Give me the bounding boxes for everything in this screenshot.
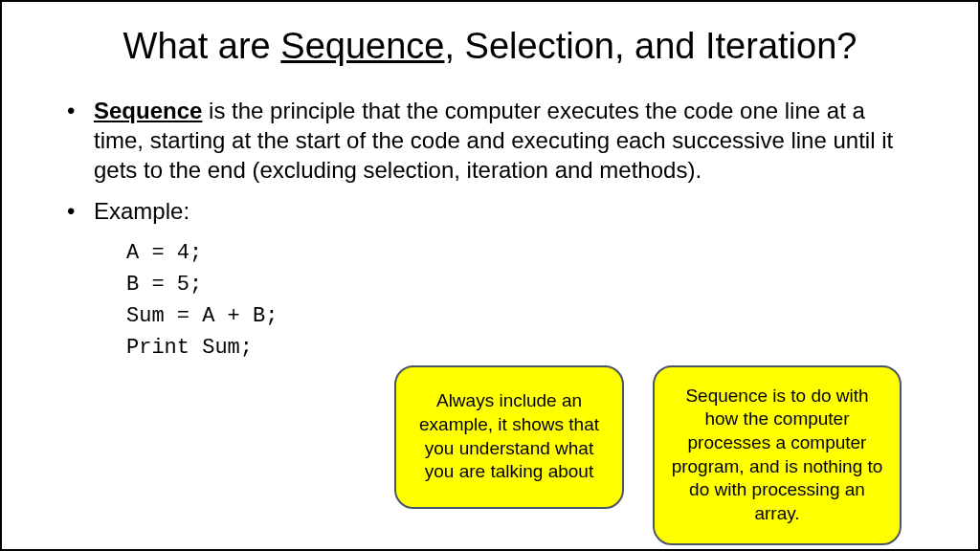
code-line-4: Print Sum; [126, 332, 921, 364]
title-underlined: Sequence [280, 26, 444, 66]
bullet-example-label: Example: [59, 196, 921, 226]
title-post: , Selection, and Iteration? [444, 26, 857, 66]
callout-sequence-clarification: Sequence is to do with how the computer … [653, 365, 902, 545]
term-sequence: Sequence [94, 98, 202, 123]
slide-title: What are Sequence, Selection, and Iterat… [59, 25, 921, 69]
definition-text: is the principle that the computer execu… [94, 98, 893, 183]
bullet-sequence-definition: Sequence is the principle that the compu… [59, 96, 921, 186]
code-example: A = 4; B = 5; Sum = A + B; Print Sum; [59, 237, 921, 364]
code-line-1: A = 4; [126, 237, 921, 269]
code-line-3: Sum = A + B; [126, 300, 921, 332]
callout-example-tip: Always include an example, it shows that… [394, 365, 624, 509]
callout-row: Always include an example, it shows that… [394, 365, 902, 545]
callout-2-text: Sequence is to do with how the computer … [670, 385, 884, 526]
bullet-list: Sequence is the principle that the compu… [59, 96, 921, 227]
code-line-2: B = 5; [126, 269, 921, 300]
slide-body: Sequence is the principle that the compu… [59, 96, 921, 364]
callout-1-text: Always include an example, it shows that… [412, 389, 607, 484]
title-pre: What are [123, 26, 281, 66]
slide-frame: What are Sequence, Selection, and Iterat… [0, 0, 980, 551]
